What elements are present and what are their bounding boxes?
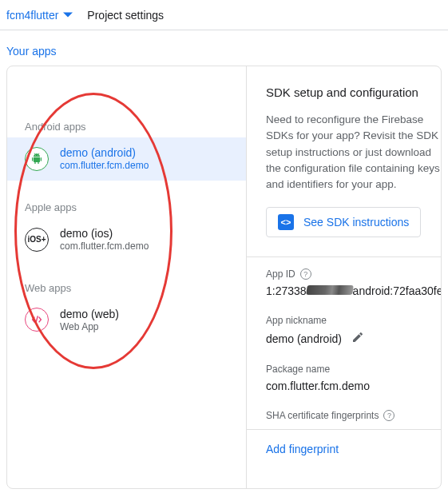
help-icon[interactable]: ? xyxy=(383,410,394,421)
page-title: Project settings xyxy=(87,9,164,22)
web-app-row[interactable]: demo (web) Web App xyxy=(7,299,246,342)
project-selector[interactable]: fcm4flutter xyxy=(6,9,73,22)
sha-label: SHA certificate fingerprints ? xyxy=(266,410,441,421)
edit-nickname-button[interactable] xyxy=(351,331,364,346)
app-details: SDK setup and configuration Need to reco… xyxy=(247,66,441,488)
ios-app-package: com.flutter.fcm.demo xyxy=(60,241,149,253)
ios-icon: iOS+ xyxy=(25,228,49,252)
app-id-value: 1:27338android:72faa30fe2d xyxy=(266,284,441,297)
android-section-label: Android apps xyxy=(7,114,246,137)
sha-divider xyxy=(247,429,441,430)
apps-panel: Android apps demo (android) com.flutter.… xyxy=(6,66,442,489)
your-apps-header: Your apps xyxy=(0,30,448,66)
android-app-row[interactable]: demo (android) com.flutter.fcm.demo xyxy=(7,137,246,181)
sdk-heading: SDK setup and configuration xyxy=(266,85,441,99)
android-app-package: com.flutter.fcm.demo xyxy=(60,160,149,173)
caret-down-icon xyxy=(63,10,73,20)
ios-app-row[interactable]: iOS+ demo (ios) com.flutter.fcm.demo xyxy=(7,218,246,261)
nickname-value: demo (android) xyxy=(266,331,441,346)
nickname-label: App nickname xyxy=(266,315,441,326)
ios-app-name: demo (ios) xyxy=(60,226,149,241)
sdk-button-label: See SDK instructions xyxy=(303,216,409,229)
add-fingerprint-button[interactable]: Add fingerprint xyxy=(266,443,339,455)
details-divider xyxy=(247,256,441,257)
sdk-blurb: Need to reconfigure the Firebase SDKs fo… xyxy=(266,112,441,193)
redacted-smudge xyxy=(306,285,354,295)
project-name: fcm4flutter xyxy=(6,9,58,22)
web-app-package: Web App xyxy=(60,321,119,334)
help-icon[interactable]: ? xyxy=(300,268,311,280)
apps-sidebar: Android apps demo (android) com.flutter.… xyxy=(7,66,247,488)
apple-section-label: Apple apps xyxy=(7,195,246,218)
package-value: com.flutter.fcm.demo xyxy=(266,380,441,392)
package-label: Package name xyxy=(266,364,441,375)
web-section-label: Web apps xyxy=(7,276,246,299)
web-app-name: demo (web) xyxy=(60,307,119,321)
android-app-name: demo (android) xyxy=(60,145,149,160)
app-id-label: App ID ? xyxy=(266,268,441,280)
see-sdk-instructions-button[interactable]: <> See SDK instructions xyxy=(266,207,421,237)
web-icon xyxy=(25,308,49,332)
code-icon: <> xyxy=(278,214,294,230)
android-icon xyxy=(25,147,49,171)
